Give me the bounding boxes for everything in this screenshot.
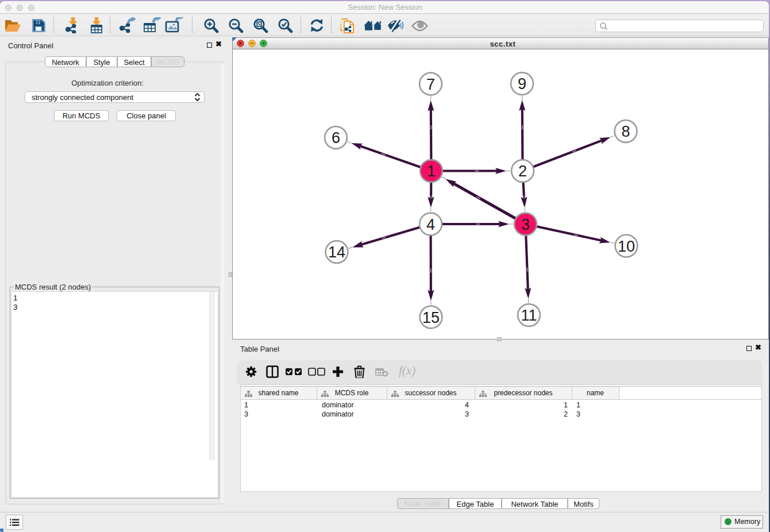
- svg-text:8: 8: [621, 123, 630, 140]
- svg-text:11: 11: [521, 307, 537, 324]
- svg-text:1: 1: [427, 163, 436, 180]
- svg-text:14: 14: [328, 244, 345, 261]
- svg-text:15: 15: [422, 309, 440, 326]
- svg-text:9: 9: [518, 75, 526, 92]
- svg-text:3: 3: [521, 216, 530, 233]
- svg-text:7: 7: [426, 76, 435, 93]
- svg-text:2: 2: [518, 163, 527, 180]
- svg-text:10: 10: [618, 238, 635, 255]
- svg-text:6: 6: [332, 129, 340, 147]
- svg-text:4: 4: [426, 216, 435, 233]
